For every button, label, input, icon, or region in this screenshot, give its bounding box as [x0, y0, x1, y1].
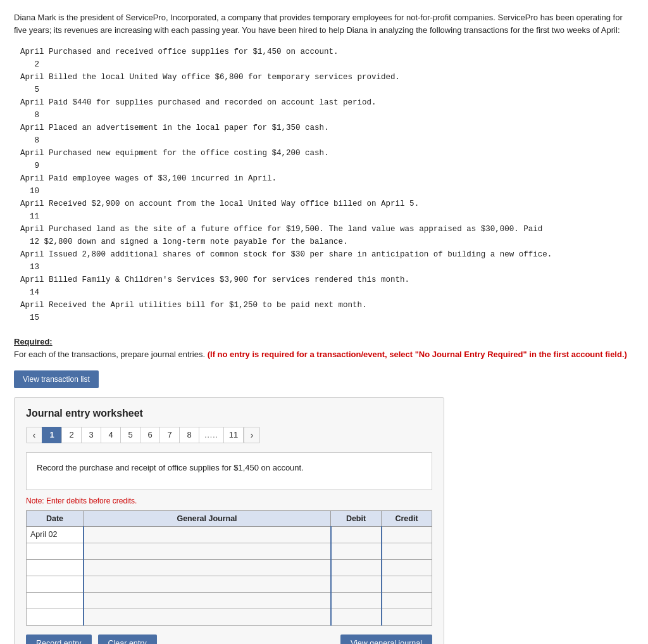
- date-cell-3: [27, 559, 84, 576]
- general-journal-input-5[interactable]: [84, 593, 330, 609]
- worksheet-title: Journal entry worksheet: [26, 408, 432, 419]
- transaction-item: April Billed the local United Way office…: [20, 71, 634, 96]
- worksheet-instruction: Record the purchase and receipt of offic…: [26, 452, 432, 490]
- record-entry-button[interactable]: Record entry: [26, 635, 92, 644]
- tab-8[interactable]: 8: [179, 427, 199, 443]
- col-header-credit: Credit: [382, 510, 432, 526]
- debit-input-4[interactable]: [332, 576, 381, 592]
- credit-input-6[interactable]: [382, 609, 432, 625]
- tab-2[interactable]: 2: [61, 427, 82, 443]
- general-journal-cell-6[interactable]: [84, 609, 331, 625]
- general-journal-cell-5[interactable]: [84, 592, 331, 609]
- required-heading: Required:: [14, 337, 53, 346]
- general-journal-input-2[interactable]: [84, 543, 330, 559]
- tab-7[interactable]: 7: [159, 427, 180, 443]
- debit-cell-6[interactable]: [331, 609, 382, 625]
- transaction-item: April Purchased land as the site of a fu…: [20, 223, 634, 248]
- debit-cell-1[interactable]: [331, 526, 382, 543]
- transactions-list: April Purchased and received office supp…: [20, 46, 634, 324]
- credit-input-4[interactable]: [382, 576, 432, 592]
- required-instruction: For each of the transactions, prepare jo…: [14, 350, 205, 359]
- credit-cell-5[interactable]: [382, 592, 432, 609]
- transaction-item: April Purchased new equipment for the of…: [20, 147, 634, 172]
- credit-cell-3[interactable]: [382, 559, 432, 576]
- credit-cell-2[interactable]: [382, 543, 432, 559]
- date-cell-5: [27, 592, 84, 609]
- button-row: Record entry Clear entry View general jo…: [26, 635, 432, 644]
- tab-prev-button[interactable]: ‹: [26, 427, 42, 443]
- transaction-item: April Placed an advertisement in the loc…: [20, 122, 634, 147]
- debit-input-2[interactable]: [332, 543, 381, 559]
- transaction-item: April Paid employee wages of $3,100 incu…: [20, 172, 634, 198]
- general-journal-cell-1[interactable]: [84, 526, 331, 543]
- transaction-item: April Billed Family & Children's Service…: [20, 274, 634, 299]
- tab-4[interactable]: 4: [101, 427, 121, 443]
- debit-input-3[interactable]: [332, 560, 381, 576]
- tab-next-button[interactable]: ›: [244, 427, 260, 443]
- table-row: [27, 592, 432, 609]
- table-row: [27, 559, 432, 576]
- table-row: April 02: [27, 526, 432, 543]
- debit-cell-3[interactable]: [331, 559, 382, 576]
- general-journal-cell-2[interactable]: [84, 543, 331, 559]
- tab-11[interactable]: 11: [223, 427, 244, 443]
- tab-3[interactable]: 3: [81, 427, 101, 443]
- date-cell-1: April 02: [27, 526, 84, 543]
- credit-cell-6[interactable]: [382, 609, 432, 625]
- general-journal-input-4[interactable]: [84, 576, 330, 592]
- col-header-date: Date: [27, 510, 84, 526]
- debit-cell-2[interactable]: [331, 543, 382, 559]
- date-cell-2: [27, 543, 84, 559]
- worksheet-container: Journal entry worksheet ‹ 1 2 3 4 5 6 7 …: [14, 397, 444, 644]
- date-cell-6: [27, 609, 84, 625]
- general-journal-cell-4[interactable]: [84, 576, 331, 592]
- note-text: Note: Enter debits before credits.: [26, 496, 432, 505]
- tab-1[interactable]: 1: [42, 427, 62, 443]
- required-section: Required: For each of the transactions, …: [14, 336, 634, 361]
- general-journal-input-6[interactable]: [84, 609, 330, 625]
- credit-cell-4[interactable]: [382, 576, 432, 592]
- general-journal-input-1[interactable]: [84, 527, 330, 543]
- required-highlight: (If no entry is required for a transacti…: [208, 350, 627, 359]
- debit-input-6[interactable]: [332, 609, 381, 625]
- table-row: [27, 543, 432, 559]
- transaction-item: April Received the April utilities bill …: [20, 299, 634, 324]
- col-header-general-journal: General Journal: [84, 510, 331, 526]
- credit-input-1[interactable]: [382, 527, 432, 543]
- debit-cell-5[interactable]: [331, 592, 382, 609]
- view-general-journal-button[interactable]: View general journal: [340, 635, 432, 644]
- transaction-item: April Purchased and received office supp…: [20, 46, 634, 71]
- view-transaction-list-button[interactable]: View transaction list: [14, 370, 99, 388]
- tabs-row: ‹ 1 2 3 4 5 6 7 8 ..... 11 ›: [26, 427, 432, 443]
- credit-input-5[interactable]: [382, 593, 432, 609]
- credit-input-3[interactable]: [382, 560, 432, 576]
- transaction-item: April Received $2,900 on account from th…: [20, 198, 634, 223]
- credit-cell-1[interactable]: [382, 526, 432, 543]
- clear-entry-button[interactable]: Clear entry: [98, 635, 157, 644]
- debit-input-5[interactable]: [332, 593, 381, 609]
- journal-table: Date General Journal Debit Credit April …: [26, 510, 432, 626]
- debit-input-1[interactable]: [332, 527, 381, 543]
- date-cell-4: [27, 576, 84, 592]
- credit-input-2[interactable]: [382, 543, 432, 559]
- col-header-debit: Debit: [331, 510, 382, 526]
- transaction-item: April Paid $440 for supplies purchased a…: [20, 96, 634, 122]
- table-row: [27, 576, 432, 592]
- general-journal-input-3[interactable]: [84, 560, 330, 576]
- transaction-item: April Issued 2,800 additional shares of …: [20, 248, 634, 274]
- tab-dots: .....: [199, 427, 224, 443]
- intro-paragraph: Diana Mark is the president of ServicePr…: [14, 11, 634, 37]
- debit-cell-4[interactable]: [331, 576, 382, 592]
- tab-5[interactable]: 5: [120, 427, 140, 443]
- tab-6[interactable]: 6: [140, 427, 160, 443]
- table-row: [27, 609, 432, 625]
- general-journal-cell-3[interactable]: [84, 559, 331, 576]
